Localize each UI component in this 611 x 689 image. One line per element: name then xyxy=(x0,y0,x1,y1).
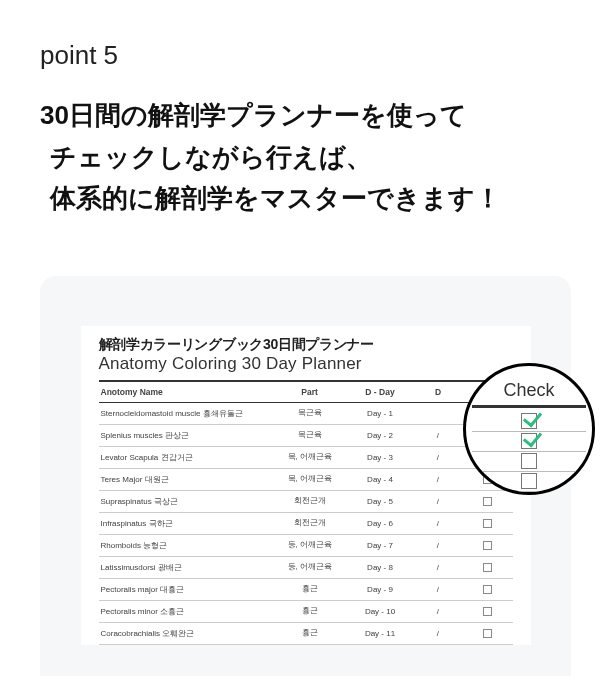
checkbox-empty-icon xyxy=(483,497,492,506)
cell-dday: Day - 4 xyxy=(347,468,413,490)
table-row: Pectoralis major 대흉근흉근Day - 9/ xyxy=(99,578,513,600)
cell-check xyxy=(463,512,513,534)
point-label: point 5 xyxy=(40,40,571,71)
table-row: Infraspinatus 극하근회전근개Day - 6/ xyxy=(99,512,513,534)
checkbox-checked-icon xyxy=(521,413,537,429)
cell-dday: Day - 1 xyxy=(347,402,413,424)
cell-name: Supraspinatus 극상근 xyxy=(99,490,273,512)
cell-part: 목근육 xyxy=(272,402,347,424)
cell-dday: Day - 5 xyxy=(347,490,413,512)
cell-dday: Day - 10 xyxy=(347,600,413,622)
headline-line-2: チェックしながら行えば、 xyxy=(40,137,571,179)
cell-dday: Day - 11 xyxy=(347,622,413,644)
cell-date: / xyxy=(413,512,463,534)
col-name: Anotomy Name xyxy=(99,381,273,403)
table-header-row: Anotomy Name Part D - Day D xyxy=(99,381,513,403)
magnifier-row xyxy=(472,432,585,452)
cell-part: 목, 어깨근육 xyxy=(272,468,347,490)
cell-part: 회전근개 xyxy=(272,490,347,512)
cell-name: Pectoralis minor 소흉근 xyxy=(99,600,273,622)
cell-check xyxy=(463,600,513,622)
col-dday: D - Day xyxy=(347,381,413,403)
headline-line-1: 30日間の解剖学プランナーを使って xyxy=(40,95,571,137)
cell-part: 목, 어깨근육 xyxy=(272,446,347,468)
table-row: Levator Scapula 견갑거근목, 어깨근육Day - 3/ xyxy=(99,446,513,468)
magnifier-divider xyxy=(472,405,585,408)
feature-card: point 5 30日間の解剖学プランナーを使って チェックしながら行えば、 体… xyxy=(0,0,611,689)
cell-name: Coracobrachialis 오훼완근 xyxy=(99,622,273,644)
cell-dday: Day - 8 xyxy=(347,556,413,578)
table-row: Teres Major 대원근목, 어깨근육Day - 4/ xyxy=(99,468,513,490)
cell-name: Latissimusdorsi 광배근 xyxy=(99,556,273,578)
cell-date: / xyxy=(413,534,463,556)
cell-check xyxy=(463,534,513,556)
table-row: Sternocleidomastoid muscle 흉쇄유돌근목근육Day -… xyxy=(99,402,513,424)
cell-date xyxy=(413,402,463,424)
planner-title-en: Anatomy Coloring 30 Day Planner xyxy=(99,354,513,374)
cell-name: Rhomboids 능형근 xyxy=(99,534,273,556)
checkbox-empty-icon xyxy=(483,585,492,594)
table-row: Rhomboids 능형근등, 어깨근육Day - 7/ xyxy=(99,534,513,556)
col-part: Part xyxy=(272,381,347,403)
headline-line-3: 体系的に解剖学をマスターできます！ xyxy=(40,178,571,220)
table-row: Supraspinatus 극상근회전근개Day - 5/ xyxy=(99,490,513,512)
cell-date: / xyxy=(413,622,463,644)
magnifier-row xyxy=(472,452,585,472)
cell-date: / xyxy=(413,468,463,490)
cell-part: 등, 어깨근육 xyxy=(272,556,347,578)
cell-part: 목근육 xyxy=(272,424,347,446)
cell-date: / xyxy=(413,424,463,446)
planner-table: Anotomy Name Part D - Day D Sternocleido… xyxy=(99,380,513,645)
cell-name: Sternocleidomastoid muscle 흉쇄유돌근 xyxy=(99,402,273,424)
cell-check xyxy=(463,578,513,600)
table-row: Pectoralis minor 소흉근흉근Day - 10/ xyxy=(99,600,513,622)
cell-name: Levator Scapula 견갑거근 xyxy=(99,446,273,468)
headline: 30日間の解剖学プランナーを使って チェックしながら行えば、 体系的に解剖学をマ… xyxy=(40,95,571,220)
checkbox-empty-icon xyxy=(521,473,537,489)
cell-part: 흉근 xyxy=(272,600,347,622)
cell-dday: Day - 3 xyxy=(347,446,413,468)
table-row: Coracobrachialis 오훼완근흉근Day - 11/ xyxy=(99,622,513,644)
cell-part: 흉근 xyxy=(272,578,347,600)
magnifier-label: Check xyxy=(503,380,554,401)
cell-check xyxy=(463,556,513,578)
magnifier-row xyxy=(472,412,585,432)
cell-name: Pectoralis major 대흉근 xyxy=(99,578,273,600)
cell-part: 등, 어깨근육 xyxy=(272,534,347,556)
cell-part: 회전근개 xyxy=(272,512,347,534)
table-row: Latissimusdorsi 광배근등, 어깨근육Day - 8/ xyxy=(99,556,513,578)
cell-check xyxy=(463,490,513,512)
cell-date: / xyxy=(413,578,463,600)
cell-dday: Day - 9 xyxy=(347,578,413,600)
table-row: Splenius muscles 판상근목근육Day - 2/ xyxy=(99,424,513,446)
checkbox-checked-icon xyxy=(521,433,537,449)
cell-dday: Day - 7 xyxy=(347,534,413,556)
cell-date: / xyxy=(413,490,463,512)
cell-check xyxy=(463,622,513,644)
magnifier-circle: Check xyxy=(463,363,595,495)
checkbox-empty-icon xyxy=(483,563,492,572)
cell-date: / xyxy=(413,556,463,578)
cell-part: 흉근 xyxy=(272,622,347,644)
checkbox-empty-icon xyxy=(483,629,492,638)
cell-name: Splenius muscles 판상근 xyxy=(99,424,273,446)
planner-sheet: 解剖学カラーリングブック30日間プランナー Anatomy Coloring 3… xyxy=(81,326,531,645)
checkbox-empty-icon xyxy=(483,519,492,528)
cell-dday: Day - 6 xyxy=(347,512,413,534)
cell-dday: Day - 2 xyxy=(347,424,413,446)
cell-date: / xyxy=(413,600,463,622)
checkbox-empty-icon xyxy=(483,607,492,616)
col-date: D xyxy=(413,381,463,403)
cell-date: / xyxy=(413,446,463,468)
cell-name: Teres Major 대원근 xyxy=(99,468,273,490)
checkbox-empty-icon xyxy=(483,541,492,550)
cell-name: Infraspinatus 극하근 xyxy=(99,512,273,534)
planner-title-jp: 解剖学カラーリングブック30日間プランナー xyxy=(99,336,513,354)
checkbox-empty-icon xyxy=(521,453,537,469)
